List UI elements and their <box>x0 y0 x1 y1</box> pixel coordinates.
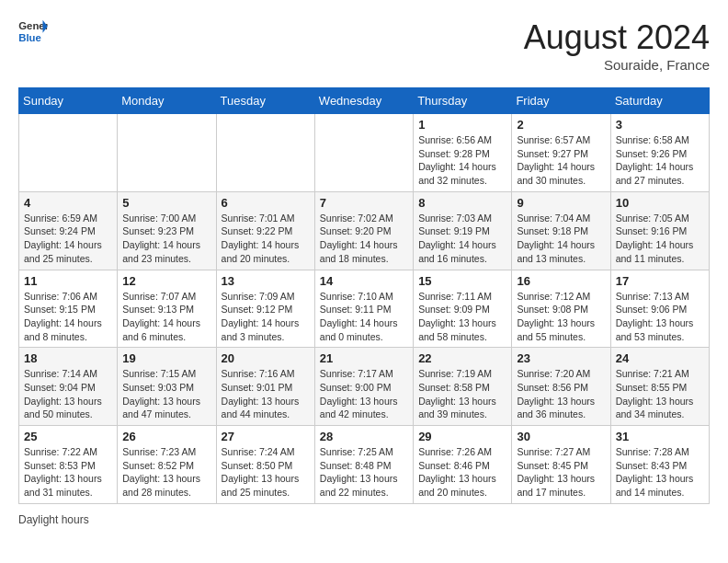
calendar-cell: 24Sunrise: 7:21 AM Sunset: 8:55 PM Dayli… <box>610 348 709 426</box>
day-info: Sunrise: 6:58 AM Sunset: 9:26 PM Dayligh… <box>616 133 704 188</box>
day-info: Sunrise: 7:26 AM Sunset: 8:46 PM Dayligh… <box>418 445 506 500</box>
calendar-cell: 31Sunrise: 7:28 AM Sunset: 8:43 PM Dayli… <box>610 426 709 504</box>
day-info: Sunrise: 7:21 AM Sunset: 8:55 PM Dayligh… <box>616 367 704 421</box>
calendar-cell <box>118 114 216 192</box>
day-info: Sunrise: 7:16 AM Sunset: 9:01 PM Dayligh… <box>222 367 310 421</box>
calendar-cell: 13Sunrise: 7:09 AM Sunset: 9:12 PM Dayli… <box>216 270 314 348</box>
weekday-header-friday: Friday <box>512 88 610 114</box>
day-number: 31 <box>616 430 704 443</box>
calendar-cell: 14Sunrise: 7:10 AM Sunset: 9:11 PM Dayli… <box>314 270 413 348</box>
day-number: 16 <box>517 274 605 288</box>
day-info: Sunrise: 6:59 AM Sunset: 9:24 PM Dayligh… <box>24 212 112 266</box>
calendar-cell: 30Sunrise: 7:27 AM Sunset: 8:45 PM Dayli… <box>512 426 610 504</box>
day-info: Sunrise: 7:01 AM Sunset: 9:22 PM Dayligh… <box>222 212 310 266</box>
footer: Daylight hours <box>18 513 710 526</box>
calendar-week-3: 11Sunrise: 7:06 AM Sunset: 9:15 PM Dayli… <box>19 270 710 348</box>
day-number: 29 <box>418 430 506 443</box>
calendar-cell: 22Sunrise: 7:19 AM Sunset: 8:58 PM Dayli… <box>414 348 512 426</box>
day-info: Sunrise: 7:19 AM Sunset: 8:58 PM Dayligh… <box>418 367 506 421</box>
day-info: Sunrise: 7:09 AM Sunset: 9:12 PM Dayligh… <box>222 290 310 344</box>
weekday-header-saturday: Saturday <box>610 88 709 114</box>
calendar-cell: 3Sunrise: 6:58 AM Sunset: 9:26 PM Daylig… <box>610 114 709 192</box>
day-number: 19 <box>122 351 210 365</box>
calendar-cell: 5Sunrise: 7:00 AM Sunset: 9:23 PM Daylig… <box>118 191 216 270</box>
day-info: Sunrise: 7:13 AM Sunset: 9:06 PM Dayligh… <box>616 290 704 344</box>
weekday-header-tuesday: Tuesday <box>216 88 314 114</box>
calendar-cell: 23Sunrise: 7:20 AM Sunset: 8:56 PM Dayli… <box>512 348 610 426</box>
calendar-header: SundayMondayTuesdayWednesdayThursdayFrid… <box>19 88 710 114</box>
day-number: 15 <box>418 274 506 288</box>
calendar-cell: 26Sunrise: 7:23 AM Sunset: 8:52 PM Dayli… <box>118 426 216 504</box>
calendar-cell <box>216 114 314 192</box>
svg-text:Blue: Blue <box>18 32 41 43</box>
calendar-cell: 25Sunrise: 7:22 AM Sunset: 8:53 PM Dayli… <box>19 426 118 504</box>
day-info: Sunrise: 7:14 AM Sunset: 9:04 PM Dayligh… <box>24 367 112 421</box>
day-info: Sunrise: 7:20 AM Sunset: 8:56 PM Dayligh… <box>517 367 605 421</box>
calendar-cell: 18Sunrise: 7:14 AM Sunset: 9:04 PM Dayli… <box>19 348 118 426</box>
day-number: 21 <box>320 351 408 365</box>
calendar-body: 1Sunrise: 6:56 AM Sunset: 9:28 PM Daylig… <box>19 114 710 504</box>
day-info: Sunrise: 7:03 AM Sunset: 9:19 PM Dayligh… <box>418 212 506 266</box>
day-info: Sunrise: 7:11 AM Sunset: 9:09 PM Dayligh… <box>418 290 506 344</box>
day-info: Sunrise: 7:22 AM Sunset: 8:53 PM Dayligh… <box>24 445 112 500</box>
calendar-week-5: 25Sunrise: 7:22 AM Sunset: 8:53 PM Dayli… <box>19 426 710 504</box>
calendar-cell: 29Sunrise: 7:26 AM Sunset: 8:46 PM Dayli… <box>414 426 512 504</box>
day-info: Sunrise: 7:27 AM Sunset: 8:45 PM Dayligh… <box>517 445 605 500</box>
page-header: General Blue August 2024 Souraide, Franc… <box>18 18 710 73</box>
day-info: Sunrise: 7:04 AM Sunset: 9:18 PM Dayligh… <box>517 212 605 266</box>
day-number: 26 <box>122 430 210 443</box>
day-number: 7 <box>320 196 408 210</box>
calendar-cell: 20Sunrise: 7:16 AM Sunset: 9:01 PM Dayli… <box>216 348 314 426</box>
calendar-cell: 9Sunrise: 7:04 AM Sunset: 9:18 PM Daylig… <box>512 191 610 270</box>
day-info: Sunrise: 7:02 AM Sunset: 9:20 PM Dayligh… <box>320 212 408 266</box>
weekday-header-wednesday: Wednesday <box>314 88 413 114</box>
day-info: Sunrise: 7:07 AM Sunset: 9:13 PM Dayligh… <box>122 290 210 344</box>
day-number: 11 <box>24 274 112 288</box>
day-number: 24 <box>616 351 704 365</box>
calendar-cell: 27Sunrise: 7:24 AM Sunset: 8:50 PM Dayli… <box>216 426 314 504</box>
calendar-cell: 17Sunrise: 7:13 AM Sunset: 9:06 PM Dayli… <box>610 270 709 348</box>
weekday-header-sunday: Sunday <box>19 88 118 114</box>
day-info: Sunrise: 7:23 AM Sunset: 8:52 PM Dayligh… <box>122 445 210 500</box>
day-info: Sunrise: 7:12 AM Sunset: 9:08 PM Dayligh… <box>517 290 605 344</box>
calendar-week-1: 1Sunrise: 6:56 AM Sunset: 9:28 PM Daylig… <box>19 114 710 192</box>
weekday-header-thursday: Thursday <box>414 88 512 114</box>
calendar-cell: 1Sunrise: 6:56 AM Sunset: 9:28 PM Daylig… <box>414 114 512 192</box>
day-info: Sunrise: 7:28 AM Sunset: 8:43 PM Dayligh… <box>616 445 704 500</box>
day-number: 10 <box>616 196 704 210</box>
day-info: Sunrise: 7:25 AM Sunset: 8:48 PM Dayligh… <box>320 445 408 500</box>
day-info: Sunrise: 7:17 AM Sunset: 9:00 PM Dayligh… <box>320 367 408 421</box>
day-number: 27 <box>222 430 310 443</box>
day-number: 4 <box>24 196 112 210</box>
calendar-cell: 11Sunrise: 7:06 AM Sunset: 9:15 PM Dayli… <box>19 270 118 348</box>
day-info: Sunrise: 6:56 AM Sunset: 9:28 PM Dayligh… <box>418 133 506 188</box>
calendar-week-4: 18Sunrise: 7:14 AM Sunset: 9:04 PM Dayli… <box>19 348 710 426</box>
day-number: 13 <box>222 274 310 288</box>
day-info: Sunrise: 7:06 AM Sunset: 9:15 PM Dayligh… <box>24 290 112 344</box>
calendar-cell: 8Sunrise: 7:03 AM Sunset: 9:19 PM Daylig… <box>414 191 512 270</box>
calendar-cell: 4Sunrise: 6:59 AM Sunset: 9:24 PM Daylig… <box>19 191 118 270</box>
day-info: Sunrise: 7:10 AM Sunset: 9:11 PM Dayligh… <box>320 290 408 344</box>
day-number: 22 <box>418 351 506 365</box>
calendar-cell: 10Sunrise: 7:05 AM Sunset: 9:16 PM Dayli… <box>610 191 709 270</box>
day-info: Sunrise: 7:15 AM Sunset: 9:03 PM Dayligh… <box>122 367 210 421</box>
calendar-cell <box>314 114 413 192</box>
day-number: 18 <box>24 351 112 365</box>
calendar-cell <box>19 114 118 192</box>
weekday-header-monday: Monday <box>118 88 216 114</box>
day-number: 2 <box>517 118 605 132</box>
day-number: 8 <box>418 196 506 210</box>
calendar-cell: 7Sunrise: 7:02 AM Sunset: 9:20 PM Daylig… <box>314 191 413 270</box>
calendar-cell: 16Sunrise: 7:12 AM Sunset: 9:08 PM Dayli… <box>512 270 610 348</box>
day-number: 1 <box>418 118 506 132</box>
day-info: Sunrise: 7:05 AM Sunset: 9:16 PM Dayligh… <box>616 212 704 266</box>
calendar-cell: 2Sunrise: 6:57 AM Sunset: 9:27 PM Daylig… <box>512 114 610 192</box>
day-number: 23 <box>517 351 605 365</box>
calendar-cell: 21Sunrise: 7:17 AM Sunset: 9:00 PM Dayli… <box>314 348 413 426</box>
calendar-cell: 6Sunrise: 7:01 AM Sunset: 9:22 PM Daylig… <box>216 191 314 270</box>
day-number: 20 <box>222 351 310 365</box>
month-title: August 2024 <box>524 18 710 57</box>
day-info: Sunrise: 7:24 AM Sunset: 8:50 PM Dayligh… <box>222 445 310 500</box>
calendar-table: SundayMondayTuesdayWednesdayThursdayFrid… <box>18 87 710 504</box>
location: Souraide, France <box>524 57 710 73</box>
